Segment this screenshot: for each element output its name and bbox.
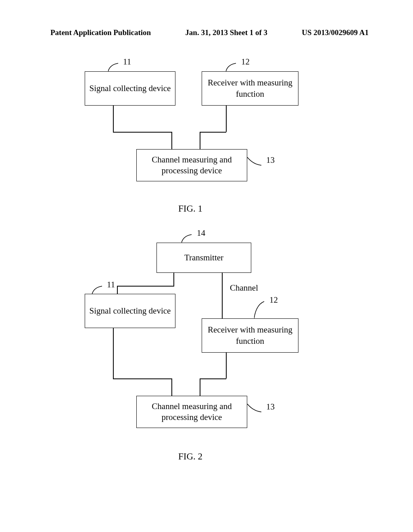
fig2-box-14: Transmitter bbox=[156, 243, 251, 273]
connector-11-down bbox=[113, 106, 114, 132]
label-11: 11 bbox=[123, 57, 131, 67]
leader-11-f2 bbox=[92, 285, 104, 294]
leader-13-f2 bbox=[247, 404, 263, 416]
header-center: Jan. 31, 2013 Sheet 1 of 3 bbox=[185, 28, 267, 37]
box-14-text: Transmitter bbox=[184, 252, 223, 263]
header-right: US 2013/0029609 A1 bbox=[302, 28, 369, 37]
fig2-caption: FIG. 2 bbox=[0, 451, 397, 462]
header-left: Patent Application Publication bbox=[50, 28, 151, 37]
leader-12-f2 bbox=[254, 301, 266, 318]
connector-12-to-13 bbox=[200, 132, 200, 149]
leader-14 bbox=[181, 234, 194, 243]
connector-14-left-h bbox=[117, 286, 174, 287]
connector-12-down bbox=[226, 106, 227, 132]
connector-12-h-f2 bbox=[200, 378, 226, 379]
box-11-text-f2: Signal collecting device bbox=[90, 305, 171, 316]
connector-11-to-13-f2 bbox=[171, 378, 172, 396]
fig1-box-11: Signal collecting device bbox=[85, 71, 175, 106]
box-13-text: Channel measuring and processing device bbox=[140, 154, 244, 177]
fig2-box-12: Receiver with measuring function bbox=[202, 318, 298, 353]
connector-14-right bbox=[222, 273, 223, 318]
fig1-box-12: Receiver with measuring function bbox=[202, 71, 298, 106]
leader-13 bbox=[247, 157, 263, 169]
connector-11-to-13 bbox=[171, 132, 172, 149]
box-12-text: Receiver with measuring function bbox=[205, 77, 295, 100]
connector-11-down-f2 bbox=[113, 328, 114, 378]
label-channel: Channel bbox=[230, 283, 258, 293]
connector-14-to-11 bbox=[117, 286, 118, 294]
fig2-box-13: Channel measuring and processing device bbox=[136, 396, 247, 428]
label-13: 13 bbox=[266, 155, 275, 165]
label-14: 14 bbox=[197, 228, 205, 238]
leader-12 bbox=[226, 62, 238, 71]
page-header: Patent Application Publication Jan. 31, … bbox=[0, 0, 413, 37]
connector-12-to-13-f2 bbox=[200, 378, 200, 396]
connector-12-down-f2 bbox=[226, 353, 227, 378]
connector-14-left-v bbox=[173, 273, 174, 286]
leader-11 bbox=[108, 62, 120, 71]
label-13-f2: 13 bbox=[266, 402, 275, 412]
fig1-box-13: Channel measuring and processing device bbox=[136, 149, 247, 181]
fig2-box-11: Signal collecting device bbox=[85, 294, 175, 328]
box-12-text-f2: Receiver with measuring function bbox=[205, 324, 295, 347]
box-13-text-f2: Channel measuring and processing device bbox=[140, 401, 244, 423]
fig1-caption: FIG. 1 bbox=[0, 204, 397, 214]
connector-11-h-f2 bbox=[113, 378, 171, 379]
label-12: 12 bbox=[241, 57, 250, 67]
label-12-f2: 12 bbox=[269, 295, 278, 305]
connector-12-h bbox=[200, 132, 226, 133]
box-11-text: Signal collecting device bbox=[90, 83, 171, 94]
connector-11-h bbox=[113, 132, 171, 133]
label-11-f2: 11 bbox=[107, 280, 115, 290]
